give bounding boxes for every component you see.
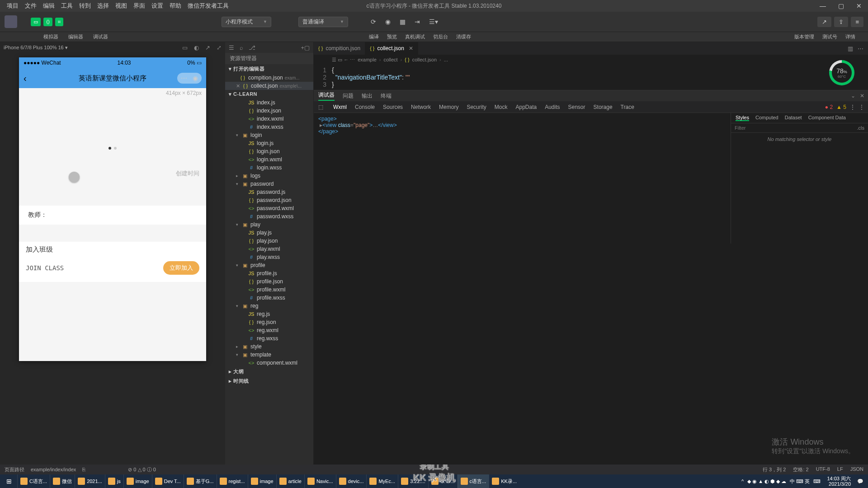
preview-icon[interactable]: ◉	[381, 18, 395, 25]
more-icon[interactable]: ⋯	[858, 45, 863, 52]
file-reg.wxml[interactable]: <>reg.wxml	[225, 326, 313, 334]
open-file[interactable]: ✕{ }collect.jsonexample\...	[225, 82, 313, 90]
taskbar-item[interactable]: image	[123, 474, 152, 488]
devtab1-调试器[interactable]: 调试器	[318, 91, 335, 101]
devtab2-Storage[interactable]: Storage	[594, 104, 613, 110]
file-play.json[interactable]: { }play.json	[225, 237, 313, 245]
upload-button[interactable]: ↗	[817, 17, 831, 27]
file-reg.wxss[interactable]: #reg.wxss	[225, 334, 313, 343]
folder-password[interactable]: ▾▣password	[225, 180, 313, 188]
search-icon[interactable]: ⌕	[240, 44, 243, 51]
menu-设置[interactable]: 设置	[148, 2, 166, 9]
timeline-section[interactable]: ▸ 时间线	[225, 376, 313, 386]
taskbar-item[interactable]: MyEc...	[366, 474, 398, 488]
editor-toggle[interactable]: ⟨⟩	[43, 18, 52, 26]
taskbar-item[interactable]: regist...	[217, 474, 248, 488]
devtab1-问题[interactable]: 问题	[343, 92, 354, 100]
taskbar-item[interactable]: 2021...	[75, 474, 105, 488]
styles-tab-Styles[interactable]: Styles	[736, 115, 749, 121]
sim-icon-4[interactable]: ⤢	[217, 44, 222, 51]
phone-simulator[interactable]: ●●●●● WeChat 14:03 0% ▭ ‹ 英语新课堂微信小程序 ⋯◉ …	[19, 57, 206, 361]
file-password.js[interactable]: JSpassword.js	[225, 188, 313, 196]
folder-login[interactable]: ▾▣login	[225, 131, 313, 139]
styles-filter-input[interactable]	[735, 125, 780, 131]
devtab1-输出[interactable]: 输出	[362, 92, 373, 100]
devtools-close-icon[interactable]: ✕	[860, 93, 864, 99]
file-component.wxml[interactable]: <>component.wxml	[225, 359, 313, 367]
tab-collect.json[interactable]: { }collect.json✕	[365, 42, 418, 55]
error-badge[interactable]: ● 2	[825, 104, 833, 110]
branch-icon[interactable]: ⎇	[249, 44, 255, 51]
simulator-toggle[interactable]: ▭	[31, 18, 41, 26]
devtab2-Wxml[interactable]: Wxml	[333, 104, 347, 110]
menu-工具[interactable]: 工具	[58, 2, 76, 9]
file-index.js[interactable]: JSindex.js	[225, 99, 313, 107]
file-play.js[interactable]: JSplay.js	[225, 229, 313, 237]
devtab2-AppData[interactable]: AppData	[515, 104, 537, 110]
drag-handle[interactable]	[69, 172, 80, 183]
file-password.json[interactable]: { }password.json	[225, 196, 313, 204]
user-avatar[interactable]	[5, 15, 17, 28]
debugger-toggle[interactable]: ⌗	[55, 18, 63, 26]
sim-icon-1[interactable]: ▭	[182, 44, 188, 51]
styles-tab-Dataset[interactable]: Dataset	[785, 115, 802, 121]
file-play.wxml[interactable]: <>play.wxml	[225, 245, 313, 253]
copy-path-icon[interactable]: ⎘	[82, 467, 85, 472]
file-index.wxss[interactable]: #index.wxss	[225, 123, 313, 131]
folder-style[interactable]: ▸▣style	[225, 343, 313, 351]
remote-debug-icon[interactable]: ▦	[395, 18, 410, 25]
taskbar-item[interactable]: 微信	[50, 474, 75, 488]
devtab1-终端[interactable]: 终端	[381, 92, 392, 100]
folder-reg[interactable]: ▾▣reg	[225, 302, 313, 310]
devtab2-Network[interactable]: Network	[411, 104, 431, 110]
split-icon[interactable]: ▥	[848, 45, 853, 52]
menu-微信开发者工具[interactable]: 微信开发者工具	[184, 2, 232, 9]
start-button[interactable]: ⊞	[1, 474, 17, 488]
devtools-more2-icon[interactable]: ⋮	[859, 104, 864, 110]
menu-编辑[interactable]: 编辑	[40, 2, 58, 9]
device-select[interactable]: iPhone 6/7/8 Plus 100% 16 ▾	[4, 45, 68, 51]
open-file[interactable]: { }compition.jsonexam...	[225, 74, 313, 82]
file-index.wxml[interactable]: <>index.wxml	[225, 115, 313, 123]
mode-select[interactable]: 小程序模式▼	[222, 17, 271, 27]
close-button[interactable]: ✕	[850, 2, 868, 9]
menu-项目[interactable]: 项目	[4, 2, 22, 9]
wxml-tree[interactable]: <page> ▸<view class="page">…</view> </pa…	[314, 113, 731, 244]
taskbar-item[interactable]: image	[248, 474, 276, 488]
devtools-more-icon[interactable]: ⋮	[850, 104, 855, 110]
file-profile.json[interactable]: { }profile.json	[225, 277, 313, 286]
project-root[interactable]: ▾ C-LEARN	[225, 90, 313, 99]
maximize-button[interactable]: ▢	[832, 2, 850, 9]
version-button[interactable]: ⇪	[834, 17, 848, 27]
menu-界面[interactable]: 界面	[130, 2, 148, 9]
breadcrumb[interactable]: ☰ ▭ ← ⋯ example› collect› { }collect.jso…	[314, 55, 868, 65]
tab-compition.json[interactable]: { }compition.json	[314, 42, 365, 55]
file-profile.js[interactable]: JSprofile.js	[225, 269, 313, 277]
menu-icon[interactable]: ☰	[229, 44, 234, 51]
file-play.wxss[interactable]: #play.wxss	[225, 253, 313, 261]
tray-keyboard-icon[interactable]: ⌨	[813, 479, 821, 484]
devtab2-Security[interactable]: Security	[467, 104, 486, 110]
taskbar-item[interactable]: Dev T...	[152, 474, 184, 488]
taskbar-item[interactable]: KK录...	[489, 474, 519, 488]
menu-选择[interactable]: 选择	[94, 2, 112, 9]
taskbar-clock[interactable]: 14:03 周六 2021/3/20	[824, 476, 854, 487]
styles-tab-Component Data[interactable]: Component Data	[808, 115, 846, 121]
folder-template[interactable]: ▾▣template	[225, 351, 313, 359]
join-button[interactable]: 立即加入	[163, 261, 199, 275]
warning-badge[interactable]: ▲ 5	[836, 104, 846, 110]
page-path-value[interactable]: example/index/index	[31, 467, 76, 472]
folder-play[interactable]: ▾▣play	[225, 221, 313, 229]
file-password.wxss[interactable]: #password.wxss	[225, 212, 313, 221]
taskbar-item[interactable]: Navic...	[304, 474, 336, 488]
file-login.wxml[interactable]: <>login.wxml	[225, 155, 313, 164]
file-login.js[interactable]: JSlogin.js	[225, 139, 313, 147]
capsule-menu[interactable]: ⋯◉	[177, 73, 202, 84]
inspect-icon[interactable]: ⬚	[318, 104, 323, 110]
back-icon[interactable]: ‹	[24, 73, 27, 84]
compile-icon[interactable]: ⟳	[366, 18, 381, 25]
details-button[interactable]: ≡	[851, 17, 863, 27]
outline-section[interactable]: ▸ 大纲	[225, 367, 313, 376]
collapse-icon[interactable]: ⌄	[851, 93, 855, 99]
devtab2-Sources[interactable]: Sources	[383, 104, 403, 110]
